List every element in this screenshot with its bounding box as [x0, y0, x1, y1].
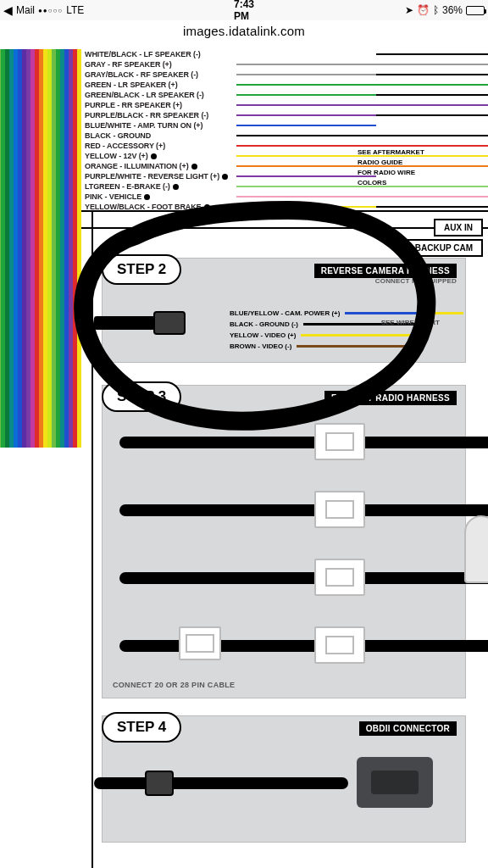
location-icon: ➤: [405, 4, 413, 16]
wire-line: [236, 206, 488, 208]
camera-plug-icon: [153, 311, 186, 335]
speaker-wire-label-list: WHITE/BLACK - LF SPEAKER (-)GRAY - RF SP…: [85, 49, 228, 212]
see-wire-chart-note: SEE WIRE CHART: [381, 318, 440, 327]
wire-line: [236, 196, 488, 198]
wire-label-row: YELLOW/BLACK - FOOT BRAKE: [85, 202, 228, 212]
wire-stripe: [77, 49, 81, 448]
back-to-app-icon[interactable]: ◀: [3, 3, 13, 17]
wire-label-text: PURPLE/BLACK - RR SPEAKER (-): [85, 110, 208, 120]
wire-line: [236, 135, 488, 136]
camera-wire-line: [345, 312, 463, 314]
wire-terminal-dot-icon: [204, 204, 210, 210]
wire-terminal-dot-icon: [191, 164, 197, 170]
reverse-camera-wire-list: BLUE/YELLOW - CAM. POWER (+)BLACK - GROU…: [230, 308, 463, 352]
wire-line: [236, 94, 488, 96]
wire-line: [236, 64, 488, 65]
camera-wire-row: YELLOW - VIDEO (+): [230, 330, 463, 341]
step4-pill: STEP 4: [102, 712, 181, 743]
camera-wire-label: BLUE/YELLOW - CAM. POWER (+): [230, 308, 340, 319]
note-line: COLORS: [358, 178, 476, 188]
step3-footnote: CONNECT 20 OR 28 PIN CABLE: [113, 681, 235, 689]
harness-plug-small-icon: [179, 626, 221, 660]
wire-label-row: WHITE/BLACK - LF SPEAKER (-): [85, 49, 228, 59]
wire-label-text: YELLOW/BLACK - FOOT BRAKE: [85, 202, 202, 212]
carrier-label: LTE: [66, 4, 84, 16]
wire-bundle: [0, 49, 88, 448]
harness-cable: [119, 572, 488, 584]
wire-label-row: YELLOW - 12V (+): [85, 151, 228, 161]
back-to-app-label[interactable]: Mail: [16, 4, 35, 16]
step3-pill: STEP 3: [102, 381, 181, 412]
wire-label-row: ORANGE - ILLUMINATION (+): [85, 161, 228, 171]
camera-wire-line: [301, 334, 419, 337]
alarm-icon: ⏰: [417, 4, 430, 16]
wire-label-text: GRAY - RF SPEAKER (+): [85, 59, 172, 70]
wire-label-text: PINK - VEHICLE: [85, 192, 141, 202]
harness-cable: [119, 640, 488, 652]
note-line: FOR RADIO WIRE: [358, 168, 476, 178]
wire-label-text: PURPLE/WHITE - REVERSE LIGHT (+): [85, 171, 219, 181]
wire-label-text: RED - ACCESSORY (+): [85, 141, 165, 151]
harness-plug-icon: [314, 626, 365, 664]
bluetooth-icon: ᛒ: [433, 4, 439, 16]
wire-label-row: BLUE/WHITE - AMP. TURN ON (+): [85, 120, 228, 131]
camera-wire-line: [297, 345, 415, 348]
wire-terminal-dot-icon: [173, 184, 179, 190]
camera-wire-row: BROWN - VIDEO (-): [230, 341, 463, 352]
harness-plug-icon: [314, 423, 365, 460]
aux-in-label: AUX IN: [434, 219, 483, 236]
wire-label-row: GREEN - LR SPEAKER (+): [85, 80, 228, 90]
wire-line: [236, 114, 488, 116]
wire-label-row: PURPLE - RR SPEAKER (+): [85, 100, 228, 110]
wiring-diagram-viewport[interactable]: WHITE/BLACK - LF SPEAKER (-)GRAY - RF SP…: [0, 49, 488, 868]
wire-label-text: GREEN - LR SPEAKER (+): [85, 80, 178, 90]
status-left: ◀ Mail ●●○○○ LTE: [3, 3, 234, 17]
wire-label-row: GREEN/BLACK - LR SPEAKER (-): [85, 90, 228, 100]
ios-status-bar: ◀ Mail ●●○○○ LTE 7:43 PM ➤ ⏰ ᛒ 36%: [0, 0, 488, 20]
radio-wire-note: SEE AFTERMARKET RADIO GUIDE FOR RADIO WI…: [358, 147, 476, 188]
wire-label-text: BLACK - GROUND: [85, 131, 151, 141]
step3-section-title: FACTORY RADIO HARNESS: [324, 391, 457, 405]
step4-section-title: OBDII CONNECTOR: [359, 721, 457, 736]
battery-icon: [466, 6, 485, 15]
wire-label-row: BLACK - GROUND: [85, 131, 228, 141]
wire-label-text: LTGREEN - E-BRAKE (-): [85, 181, 170, 192]
wire-label-row: PURPLE/WHITE - REVERSE LIGHT (+): [85, 171, 228, 181]
obd-connector-icon: [357, 757, 433, 808]
signal-dots-icon: ●●○○○: [38, 7, 63, 14]
harness-cable: [119, 437, 488, 448]
browser-url[interactable]: images.idatalink.com: [0, 20, 488, 45]
wire-label-text: ORANGE - ILLUMINATION (+): [85, 161, 189, 171]
wire-label-text: BLUE/WHITE - AMP. TURN ON (+): [85, 120, 202, 131]
status-time: 7:43 PM: [234, 0, 254, 22]
wire-label-text: YELLOW - 12V (+): [85, 151, 148, 161]
wire-label-text: GRAY/BLACK - RF SPEAKER (-): [85, 70, 198, 80]
camera-wire-label: BROWN - VIDEO (-): [230, 341, 291, 352]
note-line: RADIO GUIDE: [358, 158, 476, 168]
backup-cam-label: BACKUP CAM: [405, 239, 483, 257]
wire-label-row: PURPLE/BLACK - RR SPEAKER (-): [85, 110, 228, 120]
diagram-frame-line: [92, 210, 93, 868]
harness-plug-icon: [314, 491, 365, 528]
wire-terminal-dot-icon: [151, 153, 157, 159]
wire-label-row: RED - ACCESSORY (+): [85, 141, 228, 151]
wire-label-text: PURPLE - RR SPEAKER (+): [85, 100, 182, 110]
wire-label-row: GRAY - RF SPEAKER (+): [85, 59, 228, 70]
wire-line: [236, 104, 488, 106]
camera-wire-label: YELLOW - VIDEO (+): [230, 330, 296, 341]
wire-label-text: WHITE/BLACK - LF SPEAKER (-): [85, 49, 201, 59]
battery-pct: 36%: [442, 4, 463, 16]
camera-wire-label: BLACK - GROUND (-): [230, 319, 298, 330]
wire-terminal-dot-icon: [222, 174, 228, 180]
wire-line: [236, 53, 488, 55]
wire-label-text: GREEN/BLACK - LR SPEAKER (-): [85, 90, 204, 100]
wire-line: [236, 74, 488, 75]
wire-label-row: LTGREEN - E-BRAKE (-): [85, 181, 228, 192]
wire-label-row: GRAY/BLACK - RF SPEAKER (-): [85, 70, 228, 80]
step2-pill: STEP 2: [102, 254, 181, 285]
wire-terminal-dot-icon: [144, 194, 150, 200]
step2-subtitle: CONNECT IF EQUIPPED: [375, 277, 457, 285]
obd-plug-small-icon: [145, 771, 174, 796]
wire-line: [236, 125, 488, 126]
status-right: ➤ ⏰ ᛒ 36%: [254, 4, 485, 16]
